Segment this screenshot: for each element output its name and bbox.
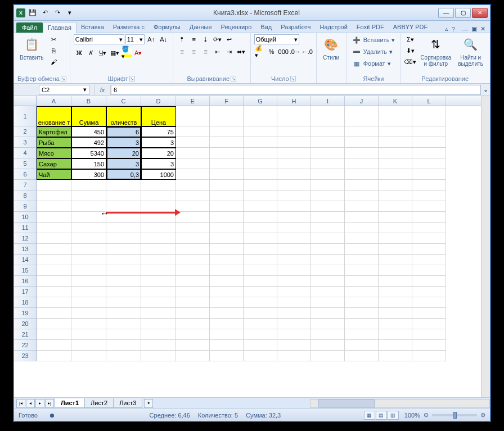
ribbon-minimize-icon[interactable]: ▵ xyxy=(445,25,448,33)
vertical-scrollbar[interactable] xyxy=(481,96,490,397)
redo-button[interactable]: ↷ xyxy=(52,8,62,18)
row-header-9[interactable]: 9 xyxy=(14,201,36,212)
cell-C20[interactable] xyxy=(106,319,141,329)
cell-K18[interactable] xyxy=(379,297,412,308)
cell-I22[interactable] xyxy=(311,340,345,351)
cell-L20[interactable] xyxy=(412,319,446,329)
cell-J5[interactable] xyxy=(345,158,379,169)
cell-L10[interactable] xyxy=(412,212,446,223)
cell-J1[interactable] xyxy=(345,106,379,126)
row-header-10[interactable]: 10 xyxy=(14,212,36,223)
cell-D21[interactable] xyxy=(141,329,176,340)
cell-C14[interactable] xyxy=(106,255,141,265)
cell-H13[interactable] xyxy=(277,244,311,255)
cell-H19[interactable] xyxy=(277,308,311,319)
cell-I3[interactable] xyxy=(311,137,345,148)
cell-L1[interactable] xyxy=(412,106,446,126)
cell-K11[interactable] xyxy=(379,223,412,233)
underline-button[interactable]: Ч▾ xyxy=(97,48,109,58)
cell-B9[interactable] xyxy=(71,201,106,212)
cell-H4[interactable] xyxy=(277,148,311,158)
cell-A23[interactable] xyxy=(37,351,71,361)
cell-A2[interactable]: Картофел xyxy=(37,126,71,137)
cell-D4[interactable]: 20 xyxy=(141,148,176,158)
cell-B14[interactable] xyxy=(71,255,106,265)
cell-B16[interactable] xyxy=(71,276,106,287)
decrease-indent-button[interactable]: ⇤ xyxy=(212,47,223,57)
cell-A10[interactable] xyxy=(37,212,71,223)
horizontal-scrollbar[interactable] xyxy=(310,399,490,408)
autosum-button[interactable]: Σ▾ xyxy=(404,34,416,44)
column-header-K[interactable]: K xyxy=(379,96,412,106)
cell-C19[interactable] xyxy=(106,308,141,319)
cell-L21[interactable] xyxy=(412,329,446,340)
row-header-18[interactable]: 18 xyxy=(14,297,36,308)
column-header-G[interactable]: G xyxy=(244,96,277,106)
align-right-button[interactable]: ≡ xyxy=(200,47,212,57)
cell-E19[interactable] xyxy=(176,308,210,319)
cell-D2[interactable]: 75 xyxy=(141,126,176,137)
cell-I21[interactable] xyxy=(311,329,345,340)
cell-D7[interactable] xyxy=(141,180,176,190)
decrease-decimal-button[interactable]: ←.0 xyxy=(302,47,313,57)
doc-restore-icon[interactable]: ▣ xyxy=(471,25,477,33)
comma-button[interactable]: 000 xyxy=(278,47,289,57)
cell-D18[interactable] xyxy=(141,297,176,308)
cell-J19[interactable] xyxy=(345,308,379,319)
ribbon-tab-4[interactable]: Данные xyxy=(185,22,217,33)
zoom-out-button[interactable]: ⊖ xyxy=(424,411,429,419)
cell-K21[interactable] xyxy=(379,329,412,340)
cell-H23[interactable] xyxy=(277,351,311,361)
cell-C2[interactable]: 6 xyxy=(106,126,141,137)
ribbon-tab-6[interactable]: Вид xyxy=(256,22,276,33)
cell-C8[interactable] xyxy=(106,190,141,201)
help-icon[interactable]: ? xyxy=(452,26,455,33)
cell-G8[interactable] xyxy=(244,190,277,201)
cell-A22[interactable] xyxy=(37,340,71,351)
cell-D1[interactable]: Цена xyxy=(141,106,176,126)
cell-D14[interactable] xyxy=(141,255,176,265)
doc-close-icon[interactable]: ✕ xyxy=(480,25,485,33)
cell-G17[interactable] xyxy=(244,287,277,297)
cell-K3[interactable] xyxy=(379,137,412,148)
cell-J6[interactable] xyxy=(345,169,379,180)
cell-E22[interactable] xyxy=(176,340,210,351)
column-header-J[interactable]: J xyxy=(345,96,379,106)
cell-K13[interactable] xyxy=(379,244,412,255)
align-left-button[interactable]: ≡ xyxy=(177,47,188,57)
ribbon-tab-7[interactable]: Разработч xyxy=(276,22,315,33)
cell-F16[interactable] xyxy=(210,276,244,287)
cell-F15[interactable] xyxy=(210,265,244,276)
cell-A7[interactable] xyxy=(37,180,71,190)
cell-L16[interactable] xyxy=(412,276,446,287)
cell-H3[interactable] xyxy=(277,137,311,148)
zoom-slider[interactable] xyxy=(432,414,477,416)
cell-F21[interactable] xyxy=(210,329,244,340)
fx-label[interactable]: fx xyxy=(94,85,111,95)
cell-J17[interactable] xyxy=(345,287,379,297)
cell-F7[interactable] xyxy=(210,180,244,190)
cell-I8[interactable] xyxy=(311,190,345,201)
clear-button[interactable]: ⌫▾ xyxy=(404,57,416,67)
cell-K16[interactable] xyxy=(379,276,412,287)
cell-L17[interactable] xyxy=(412,287,446,297)
font-name-combo[interactable]: Calibri▾ xyxy=(74,34,124,44)
cell-I20[interactable] xyxy=(311,319,345,329)
cell-F4[interactable] xyxy=(210,148,244,158)
cell-H16[interactable] xyxy=(277,276,311,287)
increase-decimal-button[interactable]: .0→ xyxy=(290,47,301,57)
save-button[interactable]: 💾 xyxy=(28,8,38,18)
bold-button[interactable]: Ж xyxy=(74,48,85,58)
cell-L9[interactable] xyxy=(412,201,446,212)
cell-I11[interactable] xyxy=(311,223,345,233)
cell-G16[interactable] xyxy=(244,276,277,287)
cell-D16[interactable] xyxy=(141,276,176,287)
cell-grid[interactable]: енование тСуммаоличествЦенаКартофел45067… xyxy=(37,106,481,397)
cell-K22[interactable] xyxy=(379,340,412,351)
row-header-19[interactable]: 19 xyxy=(14,308,36,319)
expand-formula-bar-icon[interactable]: ⌄ xyxy=(481,86,490,93)
cell-J11[interactable] xyxy=(345,223,379,233)
cell-G3[interactable] xyxy=(244,137,277,148)
cell-K6[interactable] xyxy=(379,169,412,180)
cell-E5[interactable] xyxy=(176,158,210,169)
